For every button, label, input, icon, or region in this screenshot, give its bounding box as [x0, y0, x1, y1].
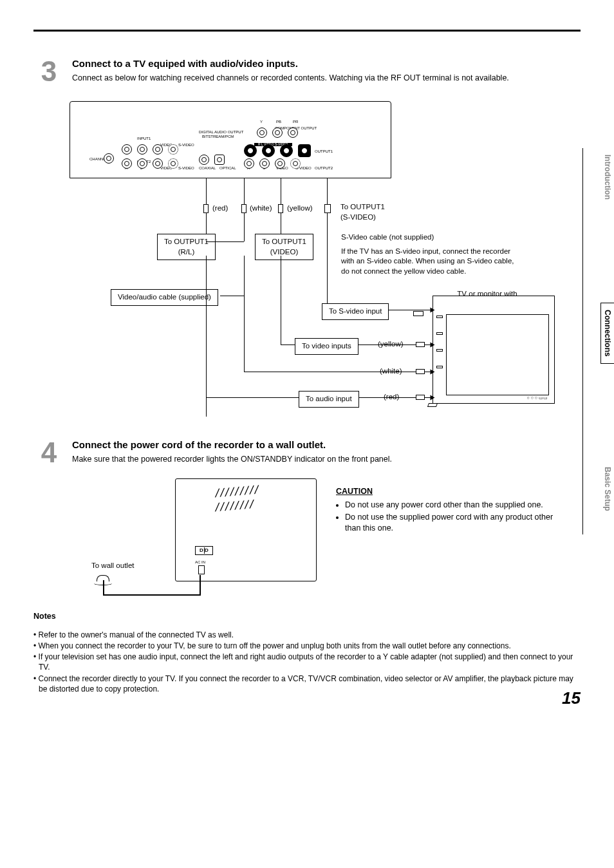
- tab-introduction: Introduction: [600, 148, 614, 206]
- box-video-inputs: To video inputs: [295, 338, 358, 355]
- plug-icon: [324, 204, 331, 213]
- label-output1-svideo: To OUTPUT1(S-VIDEO): [340, 202, 385, 222]
- ac-in-label: AC IN: [195, 560, 205, 564]
- jack-icon: [168, 158, 178, 169]
- label-white: (white): [250, 203, 272, 214]
- notes-heading: Notes: [33, 611, 581, 622]
- recorder-back-panel: INPUT1 INPUT2 VIDEO S-VIDEO VIDEO S-VIDE…: [70, 101, 391, 178]
- jack-icon: [168, 144, 178, 155]
- plug-icon: [413, 311, 423, 316]
- step-3-desc: Connect as below for watching received c…: [72, 73, 581, 84]
- lbl-dao: DIGITAL AUDIO OUTPUT: [199, 130, 243, 134]
- plug-icon: [241, 204, 247, 213]
- label-yellow2: (yellow): [378, 339, 404, 350]
- jack-icon: [137, 144, 147, 155]
- caution-block: CAUTION Do not use any power cord other …: [336, 478, 555, 535]
- side-tabs: Introduction Connections Basic Setup: [600, 148, 614, 517]
- jack-icon: [272, 127, 283, 138]
- note-item: If your television set has one audio inp…: [33, 652, 581, 672]
- vent-icon: /////////////////: [214, 482, 259, 514]
- power-diagram-row: ///////////////// D D AC IN To wall outl…: [72, 478, 581, 607]
- jack-icon: [288, 127, 298, 138]
- svideo-note: S-Video cable (not supplied) If the TV h…: [341, 232, 521, 276]
- lbl-input1: INPUT1: [137, 137, 151, 140]
- caution-title: CAUTION: [336, 486, 555, 497]
- power-diagram: ///////////////// D D AC IN To wall outl…: [72, 478, 317, 607]
- lbl-sv2: S-VIDEO: [178, 166, 194, 170]
- step-4: 4 Connect the power cord of the recorder…: [33, 439, 581, 467]
- jack-icon: [153, 144, 163, 155]
- notes-list: Refer to the owner's manual of the conne…: [33, 630, 581, 694]
- to-wall-outlet-label: To wall outlet: [91, 561, 134, 571]
- jack-icon: [122, 158, 132, 169]
- tv-port-icon: [436, 349, 443, 352]
- box-audio-input: To audio input: [299, 391, 359, 408]
- jack-icon: [153, 158, 163, 169]
- jack-icon: [280, 144, 293, 157]
- lbl-coax: COAXIAL: [199, 166, 216, 170]
- box-svideo-input: To S-video input: [322, 303, 389, 320]
- label-red: (red): [212, 203, 228, 214]
- lbl-bs: BITSTREAM/PCM: [202, 135, 234, 138]
- jack-icon: [275, 158, 285, 169]
- lbl-pb: PB: [276, 120, 281, 124]
- step-3: 3 Connect to a TV equiped with audio/vid…: [33, 57, 581, 86]
- step-4-title: Connect the power cord of the recorder t…: [72, 439, 581, 451]
- tv-port-icon: [436, 366, 443, 368]
- lbl-out2: OUTPUT2: [315, 166, 333, 170]
- tv-monitor: ○ ○ ○ ▭▭: [433, 296, 555, 404]
- plug-icon: [416, 395, 425, 400]
- note-item: Refer to the owner's manual of the conne…: [33, 630, 581, 640]
- jack-icon: [122, 144, 132, 155]
- tab-basic-setup: Basic Setup: [600, 460, 614, 518]
- step-4-desc: Make sure that the powered recorder ligh…: [72, 454, 581, 465]
- jack-icon: [104, 153, 114, 164]
- ac-socket-icon: [198, 565, 205, 574]
- plug-icon: [416, 342, 425, 347]
- recorder-rear: ///////////////// D D AC IN: [175, 478, 317, 581]
- step-4-number: 4: [33, 439, 64, 467]
- jack-icon: [214, 155, 225, 165]
- jack-icon: [137, 158, 147, 169]
- jack-icon: [244, 144, 257, 157]
- plug-icon: [203, 204, 209, 213]
- label-white2: (white): [380, 366, 402, 377]
- jack-icon: [262, 144, 275, 157]
- label-yellow: (yellow): [287, 203, 313, 214]
- lbl-sv1: S-VIDEO: [178, 143, 194, 147]
- note-item: Connect the recorder directly to your TV…: [33, 674, 581, 694]
- step-3-number: 3: [33, 57, 64, 86]
- jack-icon: [259, 158, 270, 169]
- box-output1-rl: To OUTPUT1(R/L): [157, 234, 216, 260]
- connection-diagram: INPUT1 INPUT2 VIDEO S-VIDEO VIDEO S-VIDE…: [66, 97, 555, 432]
- plug-icon: [278, 204, 283, 213]
- page-number: 15: [562, 687, 581, 710]
- lbl-opt: OPTICAL: [219, 166, 236, 170]
- note-item: When you connect the recorder to your TV…: [33, 641, 581, 651]
- plug-icon: [416, 369, 425, 374]
- box-va-cable: Video/audio cable (supplied): [111, 289, 218, 306]
- jack-icon: [290, 158, 301, 169]
- lbl-y: Y: [260, 120, 263, 124]
- caution-item: Do not use any power cord other than the…: [345, 500, 555, 511]
- dolby-icon: D D: [195, 546, 213, 555]
- jack-icon: [244, 158, 254, 169]
- tab-connections: Connections: [600, 303, 614, 364]
- tv-port-icon: [436, 316, 443, 318]
- jack-icon: [298, 144, 311, 157]
- tv-port-icon: [436, 332, 443, 335]
- jack-icon: [257, 127, 267, 138]
- lbl-out1: OUTPUT1: [315, 149, 333, 153]
- label-red2: (red): [384, 392, 399, 402]
- caution-item: Do not use the supplied power cord with …: [345, 512, 555, 534]
- page-top-rule: [33, 30, 581, 32]
- lbl-pr: PR: [293, 120, 298, 124]
- jack-icon: [199, 155, 209, 165]
- step-3-title: Connect to a TV equiped with audio/video…: [72, 57, 581, 70]
- box-output1-video: To OUTPUT1(VIDEO): [255, 234, 313, 260]
